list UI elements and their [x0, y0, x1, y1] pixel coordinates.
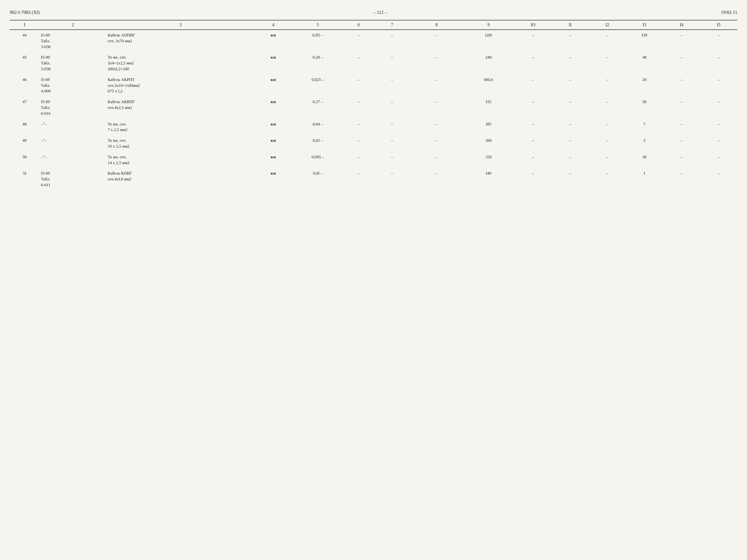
cell-6-12: – — [589, 135, 626, 152]
col-header-2: 2 — [40, 20, 106, 30]
cell-6-14: – — [663, 135, 700, 152]
cell-7-13: 30 — [626, 152, 663, 168]
table-row: 44I5-09Табл.3-038Кабель АППВГсеч. 3х70 м… — [10, 30, 737, 52]
cell-4-2: I5-09Табл.6-016 — [40, 97, 106, 119]
col-header-10: IO — [514, 20, 552, 30]
table-row: 49–"–То же, сеч.10 х 2,5 мм2км0,02 ––––2… — [10, 135, 737, 152]
cell-5-7: – — [374, 119, 411, 135]
cell-7-1: 50 — [10, 152, 40, 168]
cell-2-10: – — [514, 52, 552, 74]
col-header-6: 6 — [344, 20, 374, 30]
cell-5-3: То же, сеч.7 х 2,5 мм2 — [106, 119, 255, 135]
cell-6-7: – — [374, 135, 411, 152]
cell-5-13: 7 — [626, 119, 663, 135]
cell-2-15: – — [700, 52, 737, 74]
cell-4-3: Кабель АКВПГсеч.4х2,5 мм2 — [106, 97, 255, 119]
cell-6-15: – — [700, 135, 737, 152]
cell-1-5: 0,II5 – — [292, 30, 344, 52]
cell-5-1: 48 — [10, 119, 40, 135]
table-header-row: I 2 3 4 5 6 7 8 9 IO II I2 I3 I4 I5 — [10, 20, 737, 30]
cell-8-3: Кабель КПВГсеч.4хI,0 мм2 — [106, 168, 255, 190]
cell-3-8: – — [411, 74, 463, 97]
cell-3-15: – — [700, 74, 737, 97]
cell-7-6: – — [344, 152, 374, 168]
cell-5-4: км — [255, 119, 292, 135]
cell-5-11: – — [552, 119, 589, 135]
main-table: I 2 3 4 5 6 7 8 9 IO II I2 I3 I4 I5 44I5… — [10, 20, 737, 190]
col-header-3: 3 — [106, 20, 255, 30]
cell-3-7: – — [374, 74, 411, 97]
cell-3-3: Кабель АКРПТсеч.3х16+1хI0мм2675 х I,2 — [106, 74, 255, 97]
cell-4-11: – — [552, 97, 589, 119]
cell-4-1: 47 — [10, 97, 40, 119]
cell-3-4: км — [255, 74, 292, 97]
cell-8-13: I — [626, 168, 663, 190]
cell-5-12: – — [589, 119, 626, 135]
cell-4-9: I35 — [463, 97, 515, 119]
cell-4-5: 0,37 – — [292, 97, 344, 119]
cell-3-9: 8I0,0 — [463, 74, 515, 97]
cell-6-9: 260 — [463, 135, 515, 152]
cell-1-10: – — [514, 30, 552, 52]
page-header: 902-I-7083 (XI) – 112 – 19/82-11 — [10, 7, 737, 19]
cell-8-9: I40 — [463, 168, 515, 190]
cell-1-9: I2I0 — [463, 30, 515, 52]
cell-3-1: 46 — [10, 74, 40, 97]
header-center: – 112 – — [374, 10, 387, 15]
cell-8-2: I5-09Табл.6-011 — [40, 168, 106, 190]
cell-8-6: – — [344, 168, 374, 190]
cell-1-3: Кабель АППВГсеч. 3х70 мм2 — [106, 30, 255, 52]
col-header-13: I3 — [626, 20, 663, 30]
col-header-1: I — [10, 20, 40, 30]
cell-7-11: – — [552, 152, 589, 168]
cell-6-2: –"– — [40, 135, 106, 152]
header-left: 902-I-7083 (XI) — [10, 10, 40, 15]
cell-1-15: – — [700, 30, 737, 52]
cell-5-8: – — [411, 119, 463, 135]
cell-5-15: – — [700, 119, 737, 135]
cell-7-15: – — [700, 152, 737, 168]
cell-6-10: – — [514, 135, 552, 152]
cell-2-13: 48 — [626, 52, 663, 74]
cell-7-3: То же, сеч.14 х 2,5 мм2 — [106, 152, 255, 168]
col-header-8: 8 — [411, 20, 463, 30]
cell-5-5: 0,04 – — [292, 119, 344, 135]
cell-2-2: I5-09Табл.3-038 — [40, 52, 106, 74]
col-header-11: II — [552, 20, 589, 30]
cell-2-6: – — [344, 52, 374, 74]
cell-4-10: – — [514, 97, 552, 119]
cell-7-14: – — [663, 152, 700, 168]
cell-7-5: 0,095 – — [292, 152, 344, 168]
cell-3-13: 20 — [626, 74, 663, 97]
col-header-15: I5 — [700, 20, 737, 30]
cell-7-9: 320 — [463, 152, 515, 168]
cell-8-8: – — [411, 168, 463, 190]
cell-2-8: – — [411, 52, 463, 74]
table-row: 48–"–То же, сеч.7 х 2,5 мм2км0,04 ––––I8… — [10, 119, 737, 135]
cell-3-10: – — [514, 74, 552, 97]
cell-6-5: 0,02 – — [292, 135, 344, 152]
cell-3-5: 0,025 – — [292, 74, 344, 97]
cell-1-11: – — [552, 30, 589, 52]
cell-6-11: – — [552, 135, 589, 152]
cell-7-2: –"– — [40, 152, 106, 168]
cell-5-6: – — [344, 119, 374, 135]
cell-1-13: I39 — [626, 30, 663, 52]
cell-2-9: 240 — [463, 52, 515, 74]
header-right: 19/82-11 — [721, 10, 737, 15]
cell-4-8: – — [411, 97, 463, 119]
cell-1-14: – — [663, 30, 700, 52]
table-row: 50–"–То же, сеч.14 х 2,5 мм2км0,095 ––––… — [10, 152, 737, 168]
cell-7-8: – — [411, 152, 463, 168]
cell-2-1: 45 — [10, 52, 40, 74]
col-header-9: 9 — [463, 20, 515, 30]
table-row: 5II5-09Табл.6-011Кабель КПВГсеч.4хI,0 мм… — [10, 168, 737, 190]
cell-1-12: – — [589, 30, 626, 52]
cell-8-5: 0,0I – — [292, 168, 344, 190]
cell-7-12: – — [589, 152, 626, 168]
cell-8-12: – — [589, 168, 626, 190]
cell-1-1: 44 — [10, 30, 40, 52]
col-header-5: 5 — [292, 20, 344, 30]
cell-3-12: – — [589, 74, 626, 97]
cell-6-13: 5 — [626, 135, 663, 152]
